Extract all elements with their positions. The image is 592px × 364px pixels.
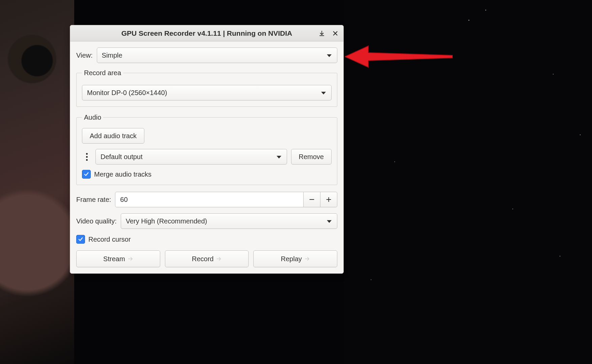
chevron-down-icon [277,156,281,158]
frame-rate-input[interactable]: 60 [115,192,304,207]
video-quality-label: Video quality: [76,217,117,225]
download-icon [319,30,325,36]
chevron-down-icon [327,54,332,57]
video-quality-value: Very High (Recommended) [126,217,207,225]
close-button[interactable] [329,25,342,41]
merge-audio-checkbox[interactable]: Merge audio tracks [82,170,332,179]
audio-track-value: Default output [101,153,143,161]
frame-rate-stepper: 60 − + [115,192,337,207]
video-quality-row: Video quality: Very High (Recommended) [76,213,337,229]
frame-rate-value: 60 [120,196,128,204]
chevron-down-icon [327,220,332,223]
record-cursor-checkbox[interactable]: Record cursor [76,235,337,244]
record-area-legend: Record area [82,69,123,77]
checkbox-checked-icon [76,235,85,244]
drag-handle-icon[interactable] [82,149,91,164]
view-row: View: Simple [76,48,337,63]
frame-rate-row: Frame rate: 60 − + [76,192,337,207]
record-area-value: Monitor DP-0 (2560×1440) [87,89,167,97]
titlebar[interactable]: GPU Screen Recorder v4.1.11 | Running on… [70,25,343,41]
audio-legend: Audio [82,114,103,121]
wallpaper-right [344,0,592,364]
replay-button[interactable]: Replay [253,250,337,267]
record-area-group: Record area Monitor DP-0 (2560×1440) [76,69,337,107]
minus-icon: − [309,195,314,204]
audio-track-row: Default output Remove [82,149,332,164]
chevron-down-icon [321,92,326,94]
audio-track-select[interactable]: Default output [95,149,287,164]
record-button[interactable]: Record [165,250,249,267]
arrow-right-icon [127,256,133,262]
stream-button[interactable]: Stream [76,250,160,267]
add-audio-track-button[interactable]: Add audio track [82,128,144,144]
arrow-right-icon [304,256,310,262]
view-select[interactable]: Simple [97,48,337,63]
merge-audio-label: Merge audio tracks [94,171,151,178]
frame-rate-decrement[interactable]: − [304,192,320,207]
frame-rate-label: Frame rate: [76,196,111,204]
action-bar: Stream Record Replay [76,250,337,267]
record-cursor-label: Record cursor [88,236,131,243]
app-window: GPU Screen Recorder v4.1.11 | Running on… [70,25,344,274]
close-icon [332,30,338,36]
plus-icon: + [326,195,331,204]
view-label: View: [76,52,93,59]
record-area-select[interactable]: Monitor DP-0 (2560×1440) [82,85,332,100]
arrow-right-icon [216,256,222,262]
wallpaper-left [0,0,74,364]
record-button-label: Record [192,255,214,263]
remove-audio-track-button[interactable]: Remove [291,149,332,164]
add-audio-track-label: Add audio track [90,132,137,140]
replay-button-label: Replay [281,255,302,263]
remove-audio-track-label: Remove [299,153,324,161]
audio-group: Audio Add audio track Default output Rem… [76,114,337,185]
minimize-button[interactable] [315,25,329,41]
checkbox-checked-icon [82,170,91,179]
video-quality-select[interactable]: Very High (Recommended) [121,213,337,229]
frame-rate-increment[interactable]: + [320,192,337,207]
view-select-value: Simple [102,52,122,59]
window-content: View: Simple Record area Monitor DP-0 (2… [70,41,343,273]
stream-button-label: Stream [103,255,125,263]
window-title: GPU Screen Recorder v4.1.11 | Running on… [121,29,292,37]
